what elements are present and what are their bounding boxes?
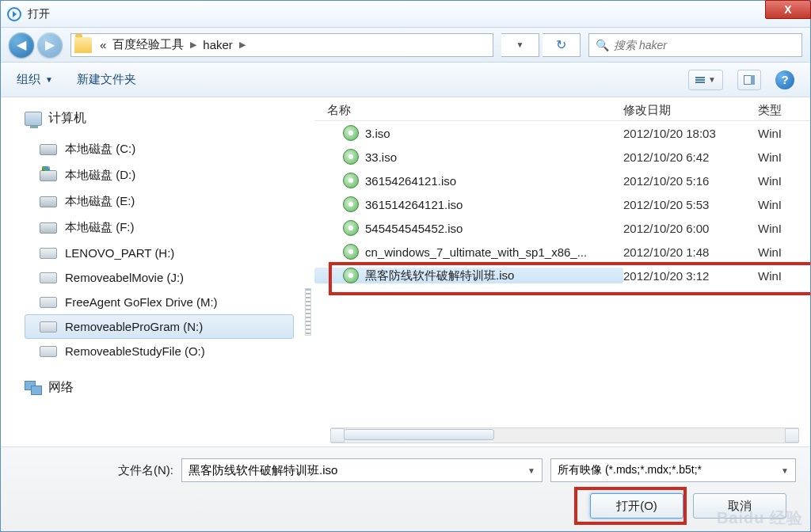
sidebar-item-drive[interactable]: RemoveableProGram (N:) bbox=[25, 314, 294, 339]
file-type: WinI bbox=[758, 222, 810, 235]
file-date: 2012/10/20 6:42 bbox=[623, 150, 758, 164]
file-list: 3.iso2012/10/20 18:03WinI33.iso2012/10/2… bbox=[314, 121, 810, 287]
crumb-sep: ▶ bbox=[187, 40, 200, 50]
filename-label: 文件名(N): bbox=[118, 463, 173, 478]
file-row[interactable]: 545454545452.iso2012/10/20 6:00WinI bbox=[314, 216, 810, 240]
view-mode-button[interactable]: ▼ bbox=[688, 70, 723, 90]
sidebar-item-label: FreeAgent GoFlex Drive (M:) bbox=[65, 295, 218, 309]
col-name[interactable]: 名称 bbox=[314, 103, 623, 118]
filename-input[interactable]: 黑客防线软件破解特训班.iso ▼ bbox=[181, 458, 543, 482]
chevron-down-icon[interactable]: ▼ bbox=[527, 466, 535, 475]
sidebar-item-label: 本地磁盘 (E:) bbox=[65, 194, 135, 209]
file-name: cn_windows_7_ultimate_with_sp1_x86_... bbox=[365, 245, 587, 259]
col-type[interactable]: 类型 bbox=[758, 103, 810, 118]
chevron-down-icon: ▼ bbox=[45, 75, 53, 84]
path-dropdown[interactable]: ▼ bbox=[501, 33, 539, 57]
sidebar-item-drive[interactable]: 本地磁盘 (F:) bbox=[25, 215, 294, 241]
drive-icon bbox=[40, 196, 57, 207]
list-icon bbox=[695, 77, 705, 83]
col-date[interactable]: 修改日期 bbox=[623, 103, 758, 118]
organize-menu[interactable]: 组织 ▼ bbox=[17, 72, 53, 87]
sidebar-item-label: RemoveabelMovie (J:) bbox=[65, 271, 184, 284]
sidebar-item-label: 本地磁盘 (F:) bbox=[65, 220, 135, 235]
sidebar-item-label: LENOVO_PART (H:) bbox=[65, 246, 174, 260]
search-input[interactable] bbox=[614, 39, 795, 51]
file-row[interactable]: 361514264121.iso2012/10/20 5:53WinI bbox=[314, 192, 810, 216]
iso-file-icon bbox=[343, 268, 359, 283]
crumb-2[interactable]: haker bbox=[200, 38, 236, 51]
close-button[interactable]: X bbox=[765, 0, 811, 19]
sidebar-item-drive[interactable]: 本地磁盘 (E:) bbox=[25, 188, 294, 215]
iso-file-icon bbox=[343, 149, 359, 165]
chevron-down-icon: ▼ bbox=[708, 75, 716, 84]
sidebar-computer-header[interactable]: 计算机 bbox=[25, 110, 294, 127]
splitter[interactable] bbox=[302, 97, 314, 446]
drive-icon bbox=[40, 222, 57, 234]
refresh-icon: ↻ bbox=[556, 37, 566, 52]
file-type: WinI bbox=[758, 198, 810, 211]
breadcrumb-bar[interactable]: « 百度经验工具 ▶ haker ▶ bbox=[70, 33, 493, 57]
search-box[interactable]: 🔍 bbox=[588, 33, 802, 57]
window-title: 打开 bbox=[28, 7, 50, 21]
toolbar: 组织 ▼ 新建文件夹 ▼ ? bbox=[1, 63, 810, 97]
crumb-sep2: ▶ bbox=[236, 40, 249, 50]
sidebar-item-drive[interactable]: 本地磁盘 (C:) bbox=[25, 136, 294, 162]
file-name: 3.iso bbox=[365, 127, 390, 140]
drive-icon bbox=[40, 144, 57, 155]
removable-drive-icon bbox=[40, 346, 57, 357]
help-button[interactable]: ? bbox=[775, 70, 794, 89]
file-date: 2012/10/20 5:53 bbox=[623, 198, 758, 211]
chevron-down-icon[interactable]: ▼ bbox=[781, 466, 789, 475]
file-row[interactable]: 黑客防线软件破解特训班.iso2012/10/20 3:12WinI bbox=[314, 264, 810, 287]
crumb-1[interactable]: 百度经验工具 bbox=[109, 37, 187, 52]
dialog-body: 计算机 本地磁盘 (C:)本地磁盘 (D:)本地磁盘 (E:)本地磁盘 (F:)… bbox=[1, 97, 810, 446]
horizontal-scrollbar[interactable] bbox=[330, 428, 799, 443]
footer: 文件名(N): 黑客防线软件破解特训班.iso ▼ 所有映像 (*.mds;*.… bbox=[1, 446, 810, 531]
sidebar: 计算机 本地磁盘 (C:)本地磁盘 (D:)本地磁盘 (E:)本地磁盘 (F:)… bbox=[1, 97, 302, 446]
file-name: 黑客防线软件破解特训班.iso bbox=[365, 268, 514, 283]
file-name: 33.iso bbox=[365, 150, 397, 164]
drive-windows-icon bbox=[40, 170, 57, 181]
sidebar-item-label: RemoveableStudyFile (O:) bbox=[65, 344, 205, 358]
splitter-grip-icon bbox=[305, 288, 311, 336]
sidebar-item-label: 本地磁盘 (D:) bbox=[65, 168, 135, 183]
file-name: 545454545452.iso bbox=[365, 222, 463, 235]
sidebar-item-drive[interactable]: RemoveableStudyFile (O:) bbox=[25, 339, 294, 363]
sidebar-network-header[interactable]: 网络 bbox=[25, 379, 294, 396]
open-dialog: 打开 X ◀ ▶ « 百度经验工具 ▶ haker ▶ ▼ ↻ 🔍 组织 ▼ 新… bbox=[0, 0, 811, 532]
file-type: WinI bbox=[758, 269, 810, 283]
file-row[interactable]: 36154264121.iso2012/10/20 5:16WinI bbox=[314, 169, 810, 192]
app-icon bbox=[7, 7, 21, 21]
cancel-button[interactable]: 取消 bbox=[693, 493, 786, 519]
file-row[interactable]: 3.iso2012/10/20 18:03WinI bbox=[314, 121, 810, 145]
nav-bar: ◀ ▶ « 百度经验工具 ▶ haker ▶ ▼ ↻ 🔍 bbox=[1, 28, 810, 63]
file-date: 2012/10/20 1:48 bbox=[623, 245, 758, 259]
forward-button[interactable]: ▶ bbox=[37, 32, 63, 58]
file-date: 2012/10/20 5:16 bbox=[623, 174, 758, 188]
sidebar-item-drive[interactable]: RemoveabelMovie (J:) bbox=[25, 265, 294, 290]
refresh-button[interactable]: ↻ bbox=[543, 33, 581, 57]
new-folder-button[interactable]: 新建文件夹 bbox=[77, 72, 136, 87]
scrollbar-thumb[interactable] bbox=[344, 429, 494, 440]
file-row[interactable]: cn_windows_7_ultimate_with_sp1_x86_...20… bbox=[314, 240, 810, 264]
iso-file-icon bbox=[343, 125, 359, 141]
open-button[interactable]: 打开(O) bbox=[590, 493, 683, 519]
search-icon: 🔍 bbox=[596, 39, 609, 51]
file-date: 2012/10/20 6:00 bbox=[623, 222, 758, 235]
removable-drive-icon bbox=[40, 297, 57, 308]
file-row[interactable]: 33.iso2012/10/20 6:42WinI bbox=[314, 145, 810, 169]
sidebar-item-label: 本地磁盘 (C:) bbox=[65, 142, 135, 157]
sidebar-item-drive[interactable]: FreeAgent GoFlex Drive (M:) bbox=[25, 290, 294, 314]
file-type: WinI bbox=[758, 150, 810, 164]
sidebar-item-drive[interactable]: LENOVO_PART (H:) bbox=[25, 241, 294, 265]
iso-file-icon bbox=[343, 173, 359, 188]
preview-pane-button[interactable] bbox=[737, 70, 761, 90]
back-button[interactable]: ◀ bbox=[9, 32, 34, 58]
file-date: 2012/10/20 3:12 bbox=[623, 269, 758, 283]
file-type: WinI bbox=[758, 127, 810, 140]
file-type-filter[interactable]: 所有映像 (*.mds;*.mdx;*.b5t;* ▼ bbox=[550, 458, 796, 482]
file-type: WinI bbox=[758, 174, 810, 188]
titlebar: 打开 X bbox=[1, 1, 810, 28]
iso-file-icon bbox=[343, 220, 359, 236]
sidebar-item-drive[interactable]: 本地磁盘 (D:) bbox=[25, 162, 294, 188]
